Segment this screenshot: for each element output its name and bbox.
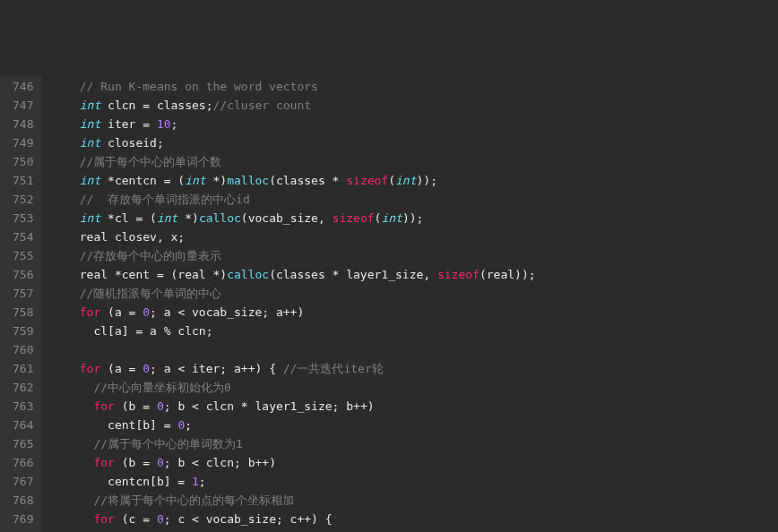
code-token: (c = [115,512,157,526]
code-token [51,493,93,507]
code-token: sizeof [346,174,388,187]
code-line[interactable]: int *centcn = (int *)malloc(classes * si… [51,171,778,190]
code-token [51,437,93,450]
code-line[interactable]: int iter = 10; [51,115,778,133]
code-token: real closev, x; [51,230,185,244]
code-line[interactable]: //中心向量坐标初始化为0 [51,378,778,397]
code-token: ; [199,475,206,488]
code-token: (classes * [269,174,346,187]
line-number: 759 [13,322,33,340]
code-token: for [93,512,114,526]
line-number: 766 [13,453,33,472]
line-number: 755 [13,246,33,265]
code-token: //存放每个中心的向量表示 [80,249,222,262]
code-token: 0 [157,399,164,413]
code-line[interactable]: cent[b] = 0; [51,416,778,434]
line-number: 747 [13,96,33,115]
code-token [51,136,79,150]
code-line[interactable]: real *cent = (real *)calloc(classes * la… [51,265,778,284]
code-token: ; b < clcn * layer1_size; b++) [164,399,375,413]
code-token [51,249,79,262]
code-token: (b = [115,456,157,469]
code-token: )); [402,211,423,225]
code-token [51,193,79,206]
code-line[interactable]: for (a = 0; a < vocab_size; a++) [51,303,778,322]
code-token: calloc [199,211,241,225]
code-line[interactable]: // 存放每个单词指派的中心id [51,190,778,209]
code-token: //cluser count [213,99,312,112]
code-token: (a = [100,305,143,319]
code-token: 0 [143,362,150,375]
code-token: 0 [157,512,164,526]
code-token: int [80,211,100,225]
code-token: sizeof [333,211,375,225]
code-token: (classes * layer1_size, [269,268,437,281]
code-token [51,99,79,112]
code-token: clcn = classes; [100,99,212,112]
code-token: for [80,305,100,319]
code-line[interactable]: real closev, x; [51,227,778,246]
code-token: (real)); [480,268,536,281]
code-line[interactable]: //随机指派每个单词的中心 [51,284,778,303]
code-line[interactable]: // Run K-means on the word vectors [51,77,778,96]
line-number: 753 [13,209,33,227]
code-token: 1 [192,475,199,488]
line-number: 757 [13,284,33,303]
code-token: cl[a] = a % clcn; [51,324,212,338]
code-token: cent[b] = [51,418,177,432]
code-token: for [80,362,100,375]
code-token: //中心向量坐标初始化为0 [93,381,230,394]
code-line[interactable]: for (d = 0; d < layer1_size; d++) [51,528,778,532]
code-token: iter = [100,117,157,131]
code-area[interactable]: // Run K-means on the word vectors int c… [42,75,778,532]
code-line[interactable]: for (a = 0; a < iter; a++) { //一共迭代iter轮 [51,359,778,378]
code-token: (b = [115,399,157,413]
code-token: // Run K-means on the word vectors [80,80,318,93]
code-line[interactable]: //存放每个中心的向量表示 [51,246,778,265]
code-token: (vocab_size, [241,211,333,225]
code-line[interactable]: //将属于每个中心的点的每个坐标相加 [51,491,778,510]
code-line[interactable]: centcn[b] = 1; [51,472,778,491]
code-token: for [93,456,114,469]
code-token [51,174,79,187]
code-line[interactable]: //属于每个中心的单词个数 [51,152,778,171]
code-line[interactable]: for (b = 0; b < clcn * layer1_size; b++) [51,397,778,416]
code-token: ( [388,174,395,187]
code-line[interactable]: //属于每个中心的单词数为1 [51,434,778,453]
line-number: 751 [13,171,33,190]
code-token: int [157,211,177,225]
code-token: *) [206,174,227,187]
line-number: 760 [13,340,33,359]
code-token: sizeof [437,268,480,281]
code-token: real *cent = (real *) [51,268,227,281]
code-token [51,80,79,93]
line-number: 769 [13,510,33,528]
code-line[interactable] [51,340,778,359]
line-number: 768 [13,491,33,510]
code-line[interactable]: int *cl = (int *)calloc(vocab_size, size… [51,209,778,227]
code-token: int [80,136,100,150]
code-token: calloc [227,268,269,281]
line-number: 750 [13,152,33,171]
code-line[interactable]: int closeid; [51,133,778,152]
code-token: //一共迭代iter轮 [283,362,384,375]
line-number: 758 [13,303,33,322]
code-token: int [395,174,416,187]
code-token: int [80,174,100,187]
code-token [51,211,79,225]
line-number-gutter[interactable]: 7467477487497507517527537547557567577587… [0,75,42,532]
code-token: ; a < iter; a++) { [150,362,283,375]
line-number: 754 [13,227,33,246]
code-token: ; a < vocab_size; a++) [150,305,304,319]
code-token: int [381,211,402,225]
code-line[interactable]: for (c = 0; c < vocab_size; c++) { [51,510,778,528]
code-token: closeid; [100,136,163,150]
code-line[interactable]: cl[a] = a % clcn; [51,322,778,340]
line-number: 767 [13,472,33,491]
code-token: int [185,174,205,187]
code-line[interactable]: for (b = 0; b < clcn; b++) [51,453,778,472]
line-number: 763 [13,397,33,416]
code-token: int [80,117,100,131]
line-number: 749 [13,133,33,152]
code-line[interactable]: int clcn = classes;//cluser count [51,96,778,115]
